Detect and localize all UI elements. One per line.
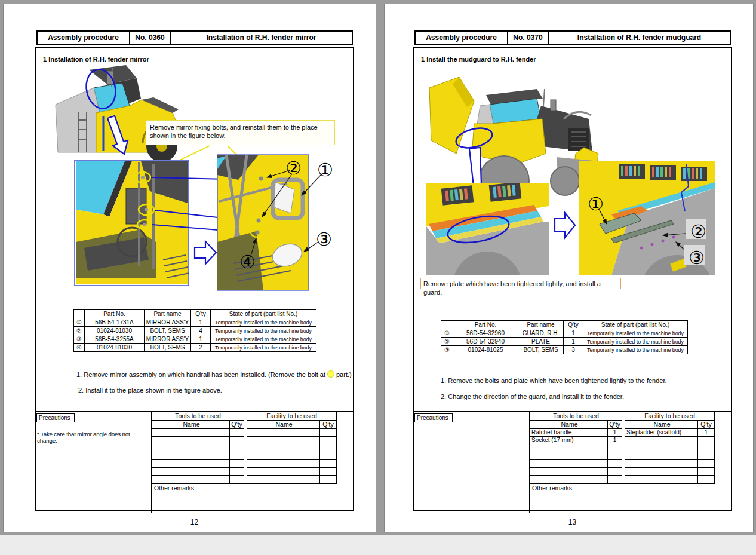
section-title: 1 Installation of R.H. fender mirror bbox=[43, 56, 149, 63]
parts-table: Part No. Part name Q'ty State of part (p… bbox=[73, 309, 316, 352]
fender-mudguard-illustration bbox=[414, 64, 725, 298]
tools-header: Tools to be used bbox=[152, 412, 244, 421]
table-row: ③56B-54-3255AMIRROR ASS'Y1Temporarily in… bbox=[74, 335, 316, 344]
procedure-header-label: Assembly procedure bbox=[414, 30, 508, 45]
callout-3: ③ bbox=[689, 249, 705, 267]
table-row: ③01024-81025BOLT, SEMS3Temporarily insta… bbox=[441, 346, 688, 354]
footer-table: Precautions Tools to be used NameQ'ty Ra… bbox=[413, 411, 732, 511]
procedure-number: No. 0360 bbox=[129, 30, 171, 45]
fender-mirror-illustration bbox=[36, 63, 338, 297]
facility-header: Facility to be used bbox=[247, 412, 336, 421]
procedure-header-label: Assembly procedure bbox=[36, 30, 130, 45]
parts-table: Part No. Part name Q'ty State of part (p… bbox=[441, 320, 688, 354]
tools-header: Tools to be used bbox=[530, 412, 622, 421]
tool-row: Ratchet handle1 bbox=[530, 429, 622, 437]
precautions-text: * Take care that mirror angle does not c… bbox=[37, 431, 150, 444]
yellow-circle-marker bbox=[327, 370, 334, 378]
document-page-12: Assembly procedure No. 0360 Installation… bbox=[3, 4, 376, 532]
procedure-number: No. 0370 bbox=[507, 30, 549, 45]
instruction-note: Remove plate which have been tightened l… bbox=[420, 278, 621, 289]
facility-header: Facility to be used bbox=[625, 412, 714, 421]
step-1: 1. Remove the bolts and plate which have… bbox=[441, 377, 667, 384]
step-1: 1. Remove mirror assembly on which handr… bbox=[76, 370, 352, 378]
table-row: ①56B-54-1731AMIRROR ASS'Y1Temporarily in… bbox=[74, 318, 316, 327]
precautions-label: Precautions bbox=[414, 413, 453, 422]
precautions-label: Precautions bbox=[36, 413, 75, 422]
step-arrow bbox=[555, 213, 575, 238]
section-title: 1 Install the mudguard to R.H. fender bbox=[421, 56, 536, 63]
step-arrow bbox=[195, 241, 216, 264]
cab-detail-drawing bbox=[75, 160, 189, 286]
viewer-toolbar: 15 / 61 bbox=[0, 534, 756, 555]
callout-1: ① bbox=[588, 195, 604, 213]
other-remarks-label: Other remarks bbox=[152, 483, 337, 513]
callout-4: ④ bbox=[239, 253, 256, 271]
table-row: ②01024-81030BOLT, SEMS4Temporarily insta… bbox=[74, 327, 316, 335]
table-row: ①56D-54-32960GUARD, R.H.1Temporarily ins… bbox=[441, 329, 688, 338]
callout-2: ② bbox=[690, 223, 706, 241]
pdf-viewer-window: Assembly procedure No. 0360 Installation… bbox=[0, 0, 756, 555]
step-2: 2. Change the direction of the guard, an… bbox=[441, 393, 624, 400]
procedure-title: Installation of R.H. fender mirror bbox=[170, 30, 353, 45]
facility-row: Stepladder (scaffold)1 bbox=[625, 429, 714, 437]
document-page-13: Assembly procedure No. 0370 Installation… bbox=[384, 4, 754, 532]
callout-3: ③ bbox=[316, 231, 332, 249]
step-2: 2. Install it to the place shown in the … bbox=[78, 387, 222, 394]
instruction-note: Remove mirror fixing bolts, and reinstal… bbox=[146, 120, 335, 145]
procedure-title: Installation of R.H. fender mudguard bbox=[548, 30, 731, 45]
table-row: ④01024-81030BOLT, SEMS2Temporarily insta… bbox=[74, 344, 316, 352]
table-row: ②56D-54-32940PLATE1Temporarily installed… bbox=[441, 338, 688, 346]
callout-2: ② bbox=[285, 160, 302, 177]
other-remarks-label: Other remarks bbox=[530, 483, 715, 513]
page-number: 12 bbox=[35, 518, 354, 526]
tools-facility-table: Tools to be used NameQ'ty Ratchet handle… bbox=[529, 412, 715, 513]
page-number: 13 bbox=[413, 518, 732, 526]
footer-table: Precautions * Take care that mirror angl… bbox=[35, 411, 354, 511]
tools-facility-table: Tools to be used NameQ'ty Facility to be… bbox=[151, 412, 337, 513]
callout-1: ① bbox=[317, 161, 333, 179]
tool-row: Socket (17 mm)1 bbox=[530, 437, 622, 444]
